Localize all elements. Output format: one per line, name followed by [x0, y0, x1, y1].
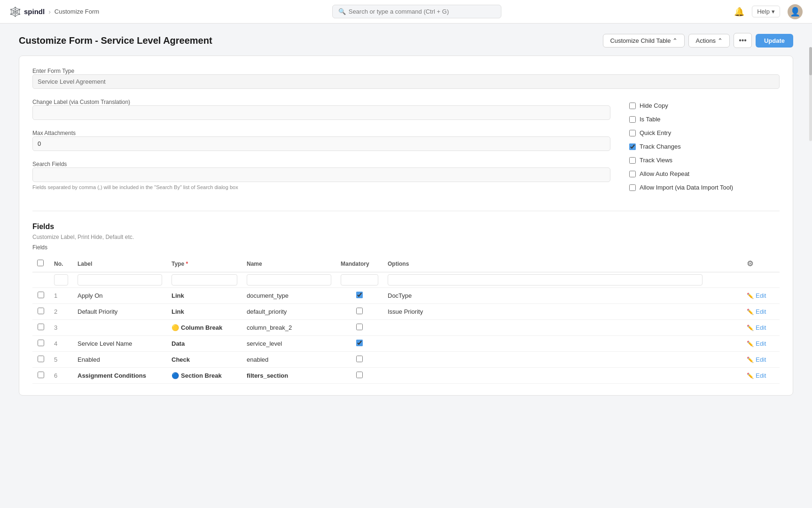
- mandatory-checkbox[interactable]: [356, 324, 363, 330]
- avatar[interactable]: 👤: [788, 4, 803, 19]
- form-main-section: Change Label (via Custom Translation) Ma…: [32, 98, 780, 199]
- edit-link[interactable]: ✏️ Edit: [747, 372, 775, 379]
- col-label-header: Label: [73, 255, 167, 272]
- scrollbar[interactable]: [809, 47, 812, 141]
- update-button[interactable]: Update: [756, 34, 793, 48]
- row-checkbox[interactable]: [38, 340, 44, 346]
- more-options-button[interactable]: •••: [734, 33, 752, 48]
- fields-section-subtitle: Customize Label, Print Hide, Default etc…: [32, 234, 780, 240]
- edit-link[interactable]: ✏️ Edit: [747, 324, 775, 331]
- row-type: Check: [167, 352, 242, 368]
- row-type: Link: [167, 288, 242, 304]
- edit-link[interactable]: ✏️ Edit: [747, 292, 775, 299]
- mandatory-checkbox[interactable]: [356, 292, 363, 298]
- edit-pencil-icon: ✏️: [747, 293, 754, 299]
- help-button[interactable]: Help ▾: [752, 6, 780, 17]
- row-checkbox[interactable]: [38, 308, 44, 314]
- type-text: Column Break: [181, 324, 222, 331]
- search-box[interactable]: 🔍: [332, 5, 501, 18]
- change-label-group: Change Label (via Custom Translation): [32, 98, 610, 120]
- edit-pencil-icon: ✏️: [747, 309, 754, 315]
- filter-name-input[interactable]: [247, 274, 331, 286]
- allow-auto-repeat-checkbox[interactable]: [629, 171, 636, 177]
- row-label: Assignment Conditions: [73, 368, 167, 384]
- row-mandatory: [336, 336, 383, 352]
- form-card: Enter Form Type Change Label (via Custom…: [19, 56, 793, 396]
- actions-label: Actions: [695, 37, 716, 44]
- row-edit-cell: ✏️ Edit: [742, 304, 780, 320]
- row-mandatory: [336, 320, 383, 336]
- fields-table: No. Label Type Name Mandatory Options ⚙: [32, 255, 780, 384]
- edit-label: Edit: [756, 308, 766, 315]
- table-header-row: No. Label Type Name Mandatory Options ⚙: [32, 255, 780, 272]
- row-type: Link: [167, 304, 242, 320]
- customize-child-table-chevron: ⌃: [672, 37, 678, 44]
- breadcrumb-separator: ›: [48, 8, 51, 16]
- form-type-input[interactable]: [32, 74, 780, 89]
- is-table-label: Is Table: [640, 116, 661, 123]
- row-no: 2: [49, 304, 73, 320]
- search-input[interactable]: [349, 8, 495, 15]
- change-label-input[interactable]: [32, 105, 610, 120]
- row-name: service_level: [242, 336, 336, 352]
- row-checkbox-cell: [32, 304, 49, 320]
- customize-child-table-button[interactable]: Customize Child Table ⌃: [603, 34, 685, 48]
- search-fields-hint: Fields separated by comma (,) will be in…: [32, 184, 610, 190]
- select-all-checkbox[interactable]: [37, 260, 44, 266]
- hide-copy-checkbox[interactable]: [629, 103, 636, 109]
- search-fields-input[interactable]: [32, 167, 610, 182]
- row-checkbox[interactable]: [38, 292, 44, 298]
- row-checkbox-cell: [32, 288, 49, 304]
- filter-mandatory-input[interactable]: [341, 274, 378, 286]
- row-name: default_priority: [242, 304, 336, 320]
- table-body: 1Apply OnLinkdocument_typeDocType✏️ Edit…: [32, 288, 780, 384]
- bell-icon[interactable]: 🔔: [734, 7, 744, 17]
- edit-link[interactable]: ✏️ Edit: [747, 356, 775, 363]
- breadcrumb-item[interactable]: Customize Form: [55, 8, 99, 15]
- type-text: Data: [172, 340, 185, 347]
- col-type-header: Type: [167, 255, 242, 272]
- col-mandatory-header: Mandatory: [336, 255, 383, 272]
- row-edit-cell: ✏️ Edit: [742, 352, 780, 368]
- edit-link[interactable]: ✏️ Edit: [747, 340, 775, 347]
- row-options: [383, 320, 742, 336]
- allow-import-checkbox[interactable]: [629, 184, 636, 191]
- mandatory-checkbox[interactable]: [356, 340, 363, 346]
- quick-entry-checkbox[interactable]: [629, 130, 636, 136]
- edit-link[interactable]: ✏️ Edit: [747, 308, 775, 315]
- row-edit-cell: ✏️ Edit: [742, 368, 780, 384]
- help-chevron: ▾: [772, 8, 775, 15]
- actions-button[interactable]: Actions ⌃: [688, 34, 730, 48]
- track-views-checkbox[interactable]: [629, 157, 636, 164]
- filter-no-input[interactable]: [54, 274, 68, 286]
- row-checkbox[interactable]: [38, 372, 44, 378]
- row-label: [73, 320, 167, 336]
- type-icon: 🔵: [172, 372, 179, 379]
- filter-checkbox-cell: [32, 272, 49, 288]
- mandatory-checkbox[interactable]: [356, 356, 363, 362]
- edit-label: Edit: [756, 292, 766, 299]
- type-text: Link: [172, 292, 184, 299]
- fields-label: Fields: [32, 244, 780, 251]
- row-name: document_type: [242, 288, 336, 304]
- filter-options-input[interactable]: [388, 274, 703, 286]
- row-edit-cell: ✏️ Edit: [742, 320, 780, 336]
- mandatory-checkbox[interactable]: [356, 308, 363, 314]
- table-row: 1Apply OnLinkdocument_typeDocType✏️ Edit: [32, 288, 780, 304]
- edit-label: Edit: [756, 372, 766, 379]
- col-checkbox-header: [32, 255, 49, 272]
- col-no-header: No.: [49, 255, 73, 272]
- mandatory-checkbox[interactable]: [356, 372, 363, 378]
- filter-type-input[interactable]: [172, 274, 237, 286]
- row-checkbox[interactable]: [38, 324, 44, 330]
- filter-label-input[interactable]: [78, 274, 162, 286]
- row-checkbox[interactable]: [38, 356, 44, 362]
- track-changes-checkbox[interactable]: [629, 143, 636, 150]
- row-mandatory: [336, 368, 383, 384]
- gear-icon[interactable]: ⚙: [747, 260, 753, 268]
- checkbox-group: Hide Copy Is Table Quick Entry Track Cha…: [629, 98, 780, 191]
- is-table-checkbox[interactable]: [629, 116, 636, 123]
- checkbox-track-views: Track Views: [629, 157, 780, 164]
- logo[interactable]: 🕸️ spindl: [9, 6, 45, 17]
- max-attachments-input[interactable]: [32, 136, 610, 151]
